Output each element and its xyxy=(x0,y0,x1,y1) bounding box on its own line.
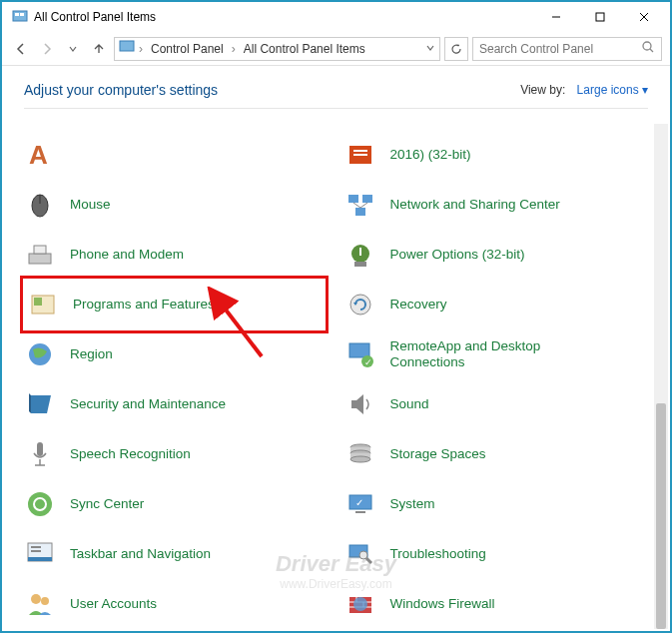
recent-dropdown[interactable] xyxy=(62,38,84,60)
item-label: Troubleshooting xyxy=(390,546,486,562)
svg-line-19 xyxy=(353,203,360,208)
network-icon xyxy=(344,189,376,221)
minimize-button[interactable] xyxy=(534,3,578,31)
breadcrumb-all-items[interactable]: All Control Panel Items xyxy=(240,42,369,56)
svg-rect-46 xyxy=(31,546,41,548)
breadcrumb-control-panel[interactable]: Control Panel xyxy=(147,42,228,56)
item-label: RemoteApp and Desktop Connections xyxy=(390,338,570,370)
svg-rect-21 xyxy=(29,254,51,264)
svg-text:A: A xyxy=(29,140,48,170)
item-label: Mouse xyxy=(70,197,111,213)
remoteapp-icon: ✓ xyxy=(344,338,376,370)
watermark-text: Driver Easy xyxy=(276,551,396,577)
search-box[interactable] xyxy=(472,37,662,61)
svg-rect-12 xyxy=(353,150,367,152)
security-icon xyxy=(24,388,56,420)
item-power[interactable]: Power Options (32-bit) xyxy=(344,230,645,280)
firewall-icon xyxy=(344,588,376,620)
item-security[interactable]: Security and Maintenance xyxy=(24,379,325,429)
item-storage[interactable]: Storage Spaces xyxy=(344,429,645,479)
view-by: View by: Large icons ▾ xyxy=(520,83,648,97)
svg-line-20 xyxy=(360,203,367,208)
address-dropdown-icon[interactable] xyxy=(425,42,435,56)
speech-icon xyxy=(24,438,56,470)
item-network[interactable]: Network and Sharing Center xyxy=(344,180,645,230)
programs-icon xyxy=(27,289,59,320)
svg-rect-16 xyxy=(348,195,358,203)
divider xyxy=(24,108,648,109)
item-label: Sound xyxy=(390,396,429,412)
phone-modem-icon xyxy=(24,239,56,271)
svg-rect-4 xyxy=(596,13,604,21)
item-remoteapp[interactable]: ✓ RemoteApp and Desktop Connections xyxy=(344,329,645,379)
item-sync[interactable]: Sync Center xyxy=(24,479,325,529)
item-label: Network and Sharing Center xyxy=(390,197,560,213)
refresh-button[interactable] xyxy=(444,37,468,61)
up-button[interactable] xyxy=(88,38,110,60)
item-sound[interactable]: Sound xyxy=(344,379,645,429)
svg-rect-45 xyxy=(28,557,52,561)
titlebar: All Control Panel Items xyxy=(2,2,670,32)
item-windows-togo[interactable]: Windows To Go xyxy=(24,629,325,633)
forward-button[interactable] xyxy=(36,38,58,60)
svg-line-9 xyxy=(650,49,653,52)
svg-rect-17 xyxy=(362,195,372,203)
item-phone[interactable]: Phone and Modem xyxy=(24,230,325,280)
item-label: Taskbar and Navigation xyxy=(70,546,211,562)
office-icon xyxy=(344,139,376,171)
item-work-folders[interactable]: Work Folders xyxy=(344,629,645,633)
item-label: Power Options (32-bit) xyxy=(390,247,525,263)
svg-rect-47 xyxy=(31,550,41,552)
address-bar[interactable]: › Control Panel › All Control Panel Item… xyxy=(114,37,440,61)
power-icon xyxy=(344,239,376,271)
scrollbar[interactable] xyxy=(654,124,668,629)
sync-icon xyxy=(24,488,56,520)
item-region[interactable]: Region xyxy=(24,329,325,379)
app-icon xyxy=(12,9,28,25)
users-icon xyxy=(24,588,56,620)
svg-rect-32 xyxy=(37,442,43,456)
svg-rect-18 xyxy=(355,208,365,216)
item-mouse[interactable]: Mouse xyxy=(24,180,325,230)
svg-rect-2 xyxy=(20,13,24,16)
search-input[interactable] xyxy=(479,42,641,56)
watermark-url: www.DriverEasy.com xyxy=(276,577,396,591)
mouse-icon xyxy=(24,189,56,221)
search-icon xyxy=(641,40,655,58)
svg-rect-29 xyxy=(349,343,369,357)
header-row: Adjust your computer's settings View by:… xyxy=(2,66,670,108)
page-heading: Adjust your computer's settings xyxy=(24,82,218,98)
separator-icon: › xyxy=(232,42,236,56)
item-programs-features[interactable]: Programs and Features xyxy=(20,276,329,333)
svg-rect-26 xyxy=(34,298,42,306)
separator-icon: › xyxy=(139,42,143,56)
item-system[interactable]: ✓ System xyxy=(344,479,645,529)
close-button[interactable] xyxy=(622,3,666,31)
item-speech[interactable]: Speech Recognition xyxy=(24,429,325,479)
item-label: Region xyxy=(70,346,113,362)
item-partial-top[interactable]: A xyxy=(24,130,325,180)
svg-point-8 xyxy=(643,42,651,50)
sound-icon xyxy=(344,388,376,420)
item-label: 2016) (32-bit) xyxy=(390,147,471,163)
svg-rect-7 xyxy=(120,41,134,51)
svg-rect-24 xyxy=(354,262,366,267)
svg-point-51 xyxy=(41,597,49,605)
svg-text:✓: ✓ xyxy=(355,497,363,508)
item-office-partial[interactable]: 2016) (32-bit) xyxy=(344,130,645,180)
view-by-label: View by: xyxy=(520,83,565,97)
maximize-button[interactable] xyxy=(578,3,622,31)
storage-icon xyxy=(344,438,376,470)
scrollbar-thumb[interactable] xyxy=(656,403,666,629)
svg-rect-1 xyxy=(15,13,19,16)
window-title: All Control Panel Items xyxy=(34,10,534,24)
view-by-dropdown[interactable]: Large icons ▾ xyxy=(577,83,648,97)
control-panel-icon xyxy=(119,39,135,58)
svg-point-27 xyxy=(350,295,370,315)
item-recovery[interactable]: Recovery xyxy=(344,280,645,329)
item-label: Sync Center xyxy=(70,496,144,512)
back-button[interactable] xyxy=(10,38,32,60)
taskbar-icon xyxy=(24,538,56,570)
toolbar: › Control Panel › All Control Panel Item… xyxy=(2,32,670,66)
item-label: System xyxy=(390,496,435,512)
